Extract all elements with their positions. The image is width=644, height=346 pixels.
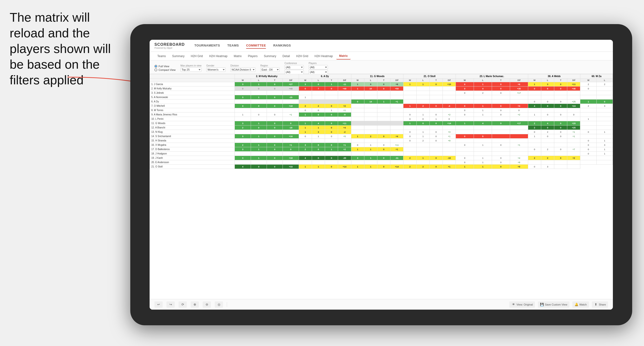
matrix-cell: +20 [567, 121, 580, 126]
matrix-cell: +4 [510, 156, 528, 160]
wltd-d-2: Dif [338, 79, 351, 82]
col-header-6: 6. A Dy [299, 74, 351, 79]
matrix-cell: +35 [510, 86, 528, 91]
matrix-cell [442, 126, 456, 130]
matrix-cell: +9 [510, 165, 528, 169]
matrix-cell [299, 91, 312, 95]
matrix-cell: 0 [266, 156, 282, 160]
players-select2[interactable]: (All) [308, 70, 328, 74]
matrix-cell [377, 121, 390, 126]
gender-select[interactable]: Women's Men's [206, 67, 226, 72]
fit-btn[interactable]: ◎ [215, 301, 223, 308]
nav-item-tournaments[interactable]: TOURNAMENTS [194, 43, 220, 49]
matrix-cell [377, 160, 390, 165]
matrix-cell: +25 [567, 100, 580, 104]
max-players-select[interactable]: Top 25 Top 50 All [180, 67, 202, 72]
matrix-cell: +14 [390, 165, 404, 169]
sub-nav-h2h-grid1[interactable]: H2H Grid [188, 53, 206, 59]
nav-item-teams[interactable]: TEAMS [227, 43, 239, 49]
matrix-cell: +14 [442, 121, 456, 126]
matrix-cell [377, 91, 390, 95]
division-label: Division [230, 64, 256, 67]
matrix-cell [404, 95, 416, 100]
matrix-cell: 0 [351, 100, 364, 104]
matrix-cell [364, 121, 377, 126]
region-select[interactable]: East - DII West - DII [260, 67, 280, 72]
matrix-cell: 0 [325, 134, 338, 139]
matrix-cell: 0 [377, 86, 390, 91]
matrix-cell [492, 147, 510, 152]
matrix-cell [430, 126, 442, 130]
zoom-in-btn[interactable]: ⊕ [190, 301, 199, 308]
matrix-cell: +9 [442, 139, 456, 143]
matrix-cell: +8 [510, 160, 528, 165]
matrix-cell [541, 139, 554, 143]
matrix-area: 2. M Kelly Mulcahy 6. A Dy 11. G Woods 2… [150, 74, 613, 299]
tablet-screen: SCOREBOARD Powered by clippd TOURNAMENTS… [150, 40, 613, 310]
matrix-cell: 1 [474, 82, 492, 86]
matrix-cell [299, 160, 312, 165]
matrix-cell [312, 117, 325, 121]
matrix-cell: +1 [442, 134, 456, 139]
row-header: 2. M Kelly Mulcahy [150, 86, 235, 91]
sub-nav-matrix2[interactable]: Matrix [336, 53, 350, 59]
matrix-cell [442, 86, 456, 91]
matrix-cell: 0 [528, 165, 541, 169]
conference-select2[interactable]: (All) [284, 70, 304, 74]
undo-btn[interactable]: ↩ [154, 301, 163, 308]
row-header: 19. J Kanh [150, 156, 235, 160]
sub-nav-h2h-heatmap1[interactable]: H2H Heatmap [206, 53, 230, 59]
matrix-cell [338, 95, 351, 100]
zoom-out-btn[interactable]: ⊖ [203, 301, 211, 308]
watch-btn[interactable]: 🔔 Watch [572, 301, 589, 308]
matrix-cell [312, 160, 325, 165]
sub-nav-matrix1[interactable]: Matrix [231, 53, 245, 59]
eye-icon: 👁 [512, 303, 516, 307]
matrix-cell: +7 [567, 147, 580, 152]
sub-nav-teams[interactable]: Teams [154, 53, 169, 59]
matrix-cell: 0 [554, 126, 567, 130]
sub-nav-summary2[interactable]: Summary [261, 53, 279, 59]
matrix-cell: 4 [474, 86, 492, 91]
matrix-cell [580, 95, 596, 100]
sub-nav-h2h-heatmap2[interactable]: H2H Heatmap [312, 53, 336, 59]
division-select[interactable]: NCAA Division II NCAA Division I [230, 67, 256, 72]
sub-nav-detail[interactable]: Detail [280, 53, 293, 59]
matrix-cell [596, 160, 613, 165]
view-original-btn[interactable]: 👁 View: Original [509, 301, 535, 308]
matrix-cell: 2 [541, 147, 554, 152]
matrix-cell: 2 [235, 143, 251, 147]
players-label: Players [308, 62, 328, 65]
matrix-cell [596, 95, 613, 100]
matrix-cell: 0 [528, 147, 541, 152]
matrix-cell: 0 [377, 165, 390, 169]
radio-full-view[interactable]: Full View [154, 65, 176, 68]
radio-compact-view[interactable]: Compact View [154, 68, 176, 71]
matrix-cell [416, 95, 430, 100]
matrix-cell: 1 [474, 113, 492, 117]
nav-item-committee[interactable]: COMMITTEE [246, 43, 266, 49]
sub-nav-players[interactable]: Players [245, 53, 260, 59]
matrix-cell: 0 [312, 108, 325, 113]
matrix-cell: +10 [442, 82, 456, 86]
matrix-cell [266, 130, 282, 134]
sub-nav-h2h-grid2[interactable]: H2H Grid [293, 53, 311, 59]
save-custom-btn[interactable]: 💾 Save Custom View [538, 301, 570, 308]
matrix-cell: 0 [430, 165, 442, 169]
matrix-cell [528, 117, 541, 121]
nav-item-rankings[interactable]: RANKINGS [273, 43, 291, 49]
matrix-cell [390, 152, 404, 156]
conference-select1[interactable]: (All) [284, 65, 304, 69]
matrix-cell [580, 126, 596, 130]
players-select1[interactable]: (All) [308, 65, 328, 69]
watch-icon: 🔔 [574, 303, 578, 307]
zoom-out-icon: ⊖ [205, 303, 209, 307]
matrix-cell [554, 91, 567, 95]
matrix-cell [567, 139, 580, 143]
undo-icon: ↩ [156, 303, 160, 307]
redo-btn[interactable]: ↪ [166, 301, 175, 308]
matrix-cell: 0 [266, 165, 282, 169]
sub-nav-summary1[interactable]: Summary [169, 53, 187, 59]
refresh-btn[interactable]: ⟳ [178, 301, 187, 308]
share-btn[interactable]: ⬆ Share [592, 301, 608, 308]
